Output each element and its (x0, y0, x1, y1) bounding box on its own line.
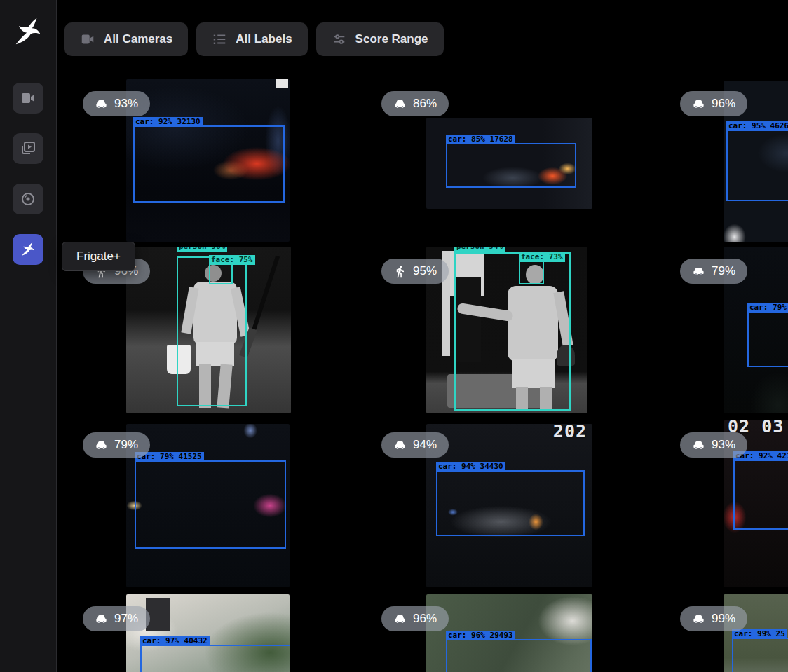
frigate-bird-icon (20, 241, 36, 258)
all-labels-label: All Labels (236, 32, 292, 46)
car-icon (95, 612, 108, 626)
car-icon (393, 439, 407, 452)
camera-icon (80, 32, 95, 47)
car-icon (692, 265, 705, 278)
car-icon (95, 439, 108, 452)
detection-cell[interactable]: car: 99% 25 99% (665, 594, 788, 672)
detection-thumbnail[interactable]: car: 79% 41525 (126, 424, 290, 587)
labels-list-icon (212, 32, 227, 47)
face-bounding-box: face: 73% (519, 261, 544, 284)
score-range-button[interactable]: Score Range (316, 22, 444, 56)
all-cameras-label: All Cameras (104, 32, 172, 46)
detection-cell[interactable]: car: 79% 41525 79% (67, 420, 356, 587)
sliders-icon (332, 32, 347, 47)
score-text: 94% (413, 438, 437, 452)
detection-cell[interactable]: person 96% face: 75% 96% (67, 247, 356, 413)
score-text: 95% (413, 264, 437, 278)
bbox-label: car: 97% 40432 (140, 636, 210, 646)
bbox-label: car: 95% 46260 (726, 121, 788, 131)
score-badge: 95% (381, 259, 449, 284)
bbox-label: car: 96% 29493 (446, 631, 515, 640)
review-icon (20, 140, 36, 157)
detection-thumbnail[interactable]: car: 96% 29493 (426, 594, 592, 672)
detection-thumbnail[interactable]: car: 92% 32130 (126, 79, 290, 242)
car-icon (393, 97, 407, 111)
car-bounding-box: car: 96% 29493 (446, 639, 592, 672)
sidebar-item-review[interactable] (13, 133, 43, 164)
score-badge: 79% (680, 259, 747, 284)
sidebar (0, 0, 57, 672)
car-icon (692, 439, 705, 452)
detection-cell[interactable]: person 94% face: 73% 95% (366, 247, 655, 413)
detection-thumbnail[interactable]: person 96% face: 75% (126, 247, 291, 413)
car-bounding-box: car: 85% 17628 (446, 143, 576, 188)
detection-cell[interactable]: 202 car: 94% 34430 94% (366, 420, 655, 587)
score-badge: 79% (83, 432, 150, 458)
car-icon (692, 97, 705, 111)
face-bounding-box: face: 75% (209, 263, 233, 284)
detection-thumbnail[interactable]: person 94% face: 73% (426, 247, 587, 413)
sidebar-item-live[interactable] (13, 83, 43, 114)
detection-cell[interactable]: car: 79% 79% (665, 247, 788, 413)
score-badge: 97% (83, 606, 150, 631)
frigate-logo (11, 15, 45, 49)
tooltip-text: Frigate+ (76, 249, 121, 263)
car-icon (692, 612, 705, 626)
detection-cell[interactable]: car: 95% 46260 96% (665, 79, 788, 246)
car-bounding-box: car: 94% 34430 (436, 470, 585, 536)
car-bounding-box: car: 99% 25 (732, 638, 788, 672)
score-badge: 93% (680, 432, 747, 458)
score-text: 96% (712, 97, 735, 111)
face-label: face: 73% (519, 252, 565, 262)
car-bounding-box: car: 95% 46260 (726, 130, 788, 201)
sidebar-item-frigate-plus[interactable] (13, 234, 43, 265)
score-text: 93% (114, 97, 138, 111)
detection-thumbnail[interactable]: car: 85% 17628 (426, 118, 592, 209)
camera-icon (20, 90, 36, 107)
bbox-label: car: 92% 32130 (133, 117, 203, 127)
detection-thumbnail[interactable]: 202 car: 94% 34430 (426, 424, 592, 587)
detection-cell[interactable]: car: 92% 32130 93% (67, 79, 356, 246)
car-bounding-box: car: 92% 4218 (733, 460, 788, 530)
clipped-bbox-label: person 94% (454, 247, 505, 252)
car-bounding-box: car: 79% (747, 311, 788, 367)
person-bounding-box (454, 252, 571, 411)
all-cameras-button[interactable]: All Cameras (64, 22, 188, 56)
bbox-label: car: 94% 34430 (436, 462, 505, 472)
car-bounding-box: car: 92% 32130 (133, 125, 285, 203)
score-badge: 86% (381, 91, 449, 116)
clipped-bbox-label: person 96% (177, 247, 227, 252)
detection-thumbnail[interactable]: car: 97% 40432 (126, 594, 290, 672)
score-badge: 94% (381, 432, 449, 458)
bbox-label: car: 85% 17628 (446, 135, 515, 144)
car-bounding-box: car: 97% 40432 (140, 645, 290, 672)
score-text: 79% (114, 438, 138, 452)
score-text: 79% (712, 264, 735, 278)
detection-cell[interactable]: car: 85% 17628 86% (366, 79, 655, 246)
bbox-label: car: 99% 25 (732, 629, 787, 639)
bbox-label: car: 79% (747, 303, 788, 313)
filter-toolbar: All Cameras All Labels Score Range (64, 22, 444, 56)
score-badge: 93% (83, 91, 150, 116)
image-highlight (276, 79, 288, 88)
score-text: 93% (712, 438, 735, 452)
score-text: 99% (712, 612, 735, 626)
score-badge: 99% (680, 606, 747, 631)
detection-cell[interactable]: car: 96% 29493 96% (366, 594, 655, 672)
frigate-plus-tooltip: Frigate+ (62, 242, 135, 271)
all-labels-button[interactable]: All Labels (196, 22, 307, 56)
person-icon (393, 265, 407, 278)
sidebar-item-export[interactable] (13, 184, 43, 214)
score-text: 97% (114, 612, 138, 626)
score-badge: 96% (381, 606, 449, 631)
score-text: 96% (413, 612, 437, 626)
score-range-label: Score Range (355, 32, 428, 46)
detection-cell[interactable]: 02 03 car: 92% 4218 93% (665, 420, 788, 587)
car-icon (95, 97, 108, 111)
car-icon (393, 612, 407, 626)
score-text: 86% (413, 97, 437, 111)
score-badge: 96% (680, 91, 747, 116)
osd-timestamp: 202 (553, 424, 587, 441)
detection-cell[interactable]: car: 97% 40432 97% (67, 594, 356, 672)
face-label: face: 75% (209, 255, 255, 265)
